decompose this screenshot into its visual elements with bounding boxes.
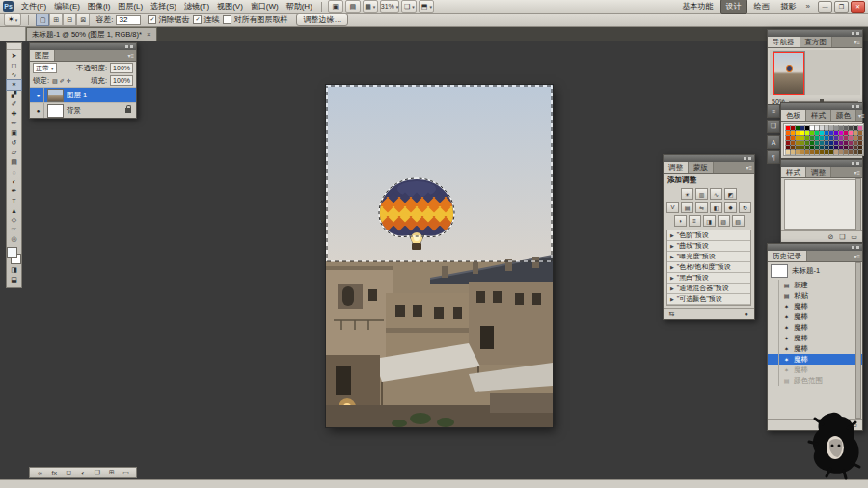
swatch-7[interactable] bbox=[820, 126, 824, 130]
swatch-90[interactable] bbox=[834, 150, 838, 154]
preset-row-2[interactable]: ▶"曝光度"预设 bbox=[667, 252, 750, 262]
swatch-67[interactable] bbox=[800, 146, 804, 149]
canvas-image[interactable] bbox=[326, 85, 553, 427]
tab-颜色[interactable]: 颜色 bbox=[831, 110, 856, 121]
swatch-95[interactable] bbox=[858, 150, 862, 154]
zoom-level-box[interactable]: 31% bbox=[380, 0, 400, 13]
swatch-14[interactable] bbox=[854, 126, 857, 130]
workspace-overflow-button[interactable]: » bbox=[803, 2, 813, 11]
swatch-4[interactable] bbox=[805, 126, 809, 130]
swatch-37[interactable] bbox=[810, 136, 814, 140]
subtract-from-selection-icon[interactable]: ⊟ bbox=[63, 14, 76, 26]
swatch-42[interactable] bbox=[834, 136, 838, 140]
tab-history[interactable]: 历史记录 bbox=[768, 251, 807, 261]
screen-mode-icon[interactable]: ⬒ bbox=[419, 0, 434, 13]
checkbox-消除锯齿[interactable]: ✓消除锯齿 bbox=[148, 14, 189, 25]
swatch-29[interactable] bbox=[849, 131, 853, 135]
panel-menu-icon[interactable]: ▾≡ bbox=[125, 50, 136, 61]
panel-menu-icon[interactable]: ▾≡ bbox=[852, 251, 862, 261]
history-entry-source-box[interactable] bbox=[770, 333, 779, 343]
swatch-2[interactable] bbox=[796, 126, 800, 130]
clone-source-icon[interactable]: ❏ bbox=[767, 120, 780, 133]
expand-triangle-icon[interactable]: ▶ bbox=[670, 254, 674, 259]
swatch-22[interactable] bbox=[815, 131, 819, 135]
navigator-view-box[interactable] bbox=[773, 52, 804, 95]
color-balance-icon[interactable]: ⇋ bbox=[695, 202, 708, 213]
swatch-55[interactable] bbox=[820, 141, 824, 145]
history-entry-5[interactable]: ✶魔棒 bbox=[768, 333, 862, 343]
clip-to-layer-icon[interactable]: ● bbox=[742, 310, 750, 318]
swatch-28[interactable] bbox=[844, 131, 848, 135]
swatch-78[interactable] bbox=[854, 146, 857, 149]
swatch-17[interactable] bbox=[791, 131, 795, 135]
swatch-88[interactable] bbox=[825, 150, 828, 154]
tools-panel-grip[interactable] bbox=[7, 45, 21, 50]
swatch-61[interactable] bbox=[849, 141, 853, 145]
link-layers-icon[interactable]: ∞ bbox=[36, 469, 44, 477]
swatch-40[interactable] bbox=[825, 136, 828, 140]
black-white-icon[interactable]: ◧ bbox=[710, 202, 722, 213]
posterize-icon[interactable]: ≡ bbox=[689, 215, 701, 227]
minimize-button[interactable]: — bbox=[818, 1, 832, 13]
path-select-tool[interactable]: ▲ bbox=[7, 205, 21, 215]
swatch-80[interactable] bbox=[786, 150, 790, 154]
history-entry-source-box[interactable] bbox=[770, 365, 779, 375]
swatch-74[interactable] bbox=[834, 146, 838, 149]
swatch-47[interactable] bbox=[858, 136, 862, 140]
preset-row-4[interactable]: ▶"黑白"预设 bbox=[667, 273, 750, 284]
swatch-62[interactable] bbox=[854, 141, 857, 145]
swatch-6[interactable] bbox=[815, 126, 819, 130]
menu-item-编辑(E)[interactable]: 编辑(E) bbox=[50, 1, 84, 12]
swatch-21[interactable] bbox=[810, 131, 814, 135]
swatch-25[interactable] bbox=[829, 131, 833, 135]
swatch-59[interactable] bbox=[839, 141, 843, 145]
swatch-52[interactable] bbox=[805, 141, 809, 145]
clone-stamp-tool[interactable]: ▣ bbox=[7, 128, 21, 138]
type-tool[interactable]: T bbox=[7, 196, 21, 205]
swatch-41[interactable] bbox=[829, 136, 833, 140]
swatch-27[interactable] bbox=[839, 131, 843, 135]
marquee-tool[interactable]: ◻ bbox=[7, 61, 21, 70]
hue-saturation-icon[interactable]: ▤ bbox=[681, 202, 693, 213]
bridge-icon[interactable]: ▣ bbox=[328, 0, 343, 13]
swatch-16[interactable] bbox=[786, 131, 790, 135]
swatch-20[interactable] bbox=[805, 131, 809, 135]
swatch-32[interactable] bbox=[786, 136, 790, 140]
menu-item-滤镜(T)[interactable]: 滤镜(T) bbox=[180, 1, 213, 12]
expand-triangle-icon[interactable]: ▶ bbox=[670, 296, 674, 302]
history-entry-source-box[interactable] bbox=[770, 312, 779, 322]
expand-triangle-icon[interactable]: ▶ bbox=[670, 264, 674, 270]
history-entry-source-box[interactable] bbox=[770, 280, 779, 290]
tab-色板[interactable]: 色板 bbox=[781, 110, 806, 121]
magic-wand-tool[interactable]: ✶ bbox=[7, 80, 21, 90]
swatch-94[interactable] bbox=[854, 150, 857, 154]
swatch-93[interactable] bbox=[849, 150, 853, 154]
refine-edge-button[interactable]: 调整边缘… bbox=[296, 14, 348, 26]
expand-triangle-icon[interactable]: ▶ bbox=[670, 275, 674, 281]
layer-name[interactable]: 图层 1 bbox=[67, 91, 87, 100]
vibrance-icon[interactable]: V bbox=[666, 202, 679, 213]
preset-row-1[interactable]: ▶"曲线"预设 bbox=[667, 241, 750, 252]
history-entry-2[interactable]: ✶魔棒 bbox=[768, 301, 862, 312]
workspace-摄影[interactable]: 摄影 bbox=[776, 0, 801, 13]
swatch-46[interactable] bbox=[854, 136, 857, 140]
intersect-selection-icon[interactable]: ⊠ bbox=[76, 14, 90, 26]
brush-tool[interactable]: ✏ bbox=[7, 119, 21, 128]
history-entry-9[interactable]: ▤颜色范围 bbox=[768, 375, 862, 386]
swatch-31[interactable] bbox=[858, 131, 862, 135]
swatch-44[interactable] bbox=[844, 136, 848, 140]
swatch-51[interactable] bbox=[800, 141, 804, 145]
swatch-83[interactable] bbox=[800, 150, 804, 154]
tab-close-icon[interactable]: × bbox=[147, 30, 151, 39]
swatches-panel-header[interactable] bbox=[781, 103, 862, 110]
menu-item-图像(I)[interactable]: 图像(I) bbox=[84, 1, 115, 12]
delete-style-icon[interactable]: ▭ bbox=[850, 232, 858, 241]
swatch-18[interactable] bbox=[796, 131, 800, 135]
tab-直方图[interactable]: 直方图 bbox=[800, 37, 833, 47]
panel-menu-icon[interactable]: ▾≡ bbox=[852, 37, 862, 47]
swatch-48[interactable] bbox=[786, 141, 790, 145]
invert-icon[interactable]: ◑ bbox=[674, 215, 687, 227]
swatch-73[interactable] bbox=[829, 146, 833, 149]
swatch-82[interactable] bbox=[796, 150, 800, 154]
history-entry-source-box[interactable] bbox=[770, 290, 779, 301]
